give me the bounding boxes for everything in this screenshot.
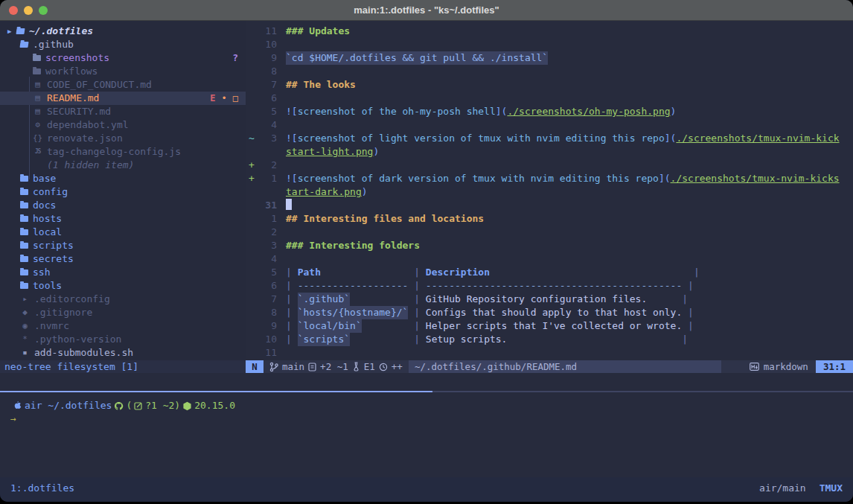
tree-item-security.md[interactable]: ▤SECURITY.md xyxy=(0,105,246,118)
editor-line[interactable]: 8| `hosts/{hostname}/` | Configs that sh… xyxy=(246,306,853,319)
tmux-window-tab[interactable]: 1:.dotfiles xyxy=(10,482,74,494)
neo-tree-sidebar[interactable]: ▶~/.dotfiles.githubscreenshots?workflows… xyxy=(0,21,246,360)
editor-line[interactable]: 2 xyxy=(246,226,853,239)
shell-pane[interactable]: air ~/.dotfiles ( ?1 ~2) 20.15.0 → xyxy=(0,398,853,477)
tree-item-.nvmrc[interactable]: ◉.nvmrc xyxy=(0,319,246,333)
line-number: 9 xyxy=(258,51,277,65)
gitsign-column xyxy=(246,51,258,65)
shell-input-line[interactable]: → xyxy=(10,412,853,426)
tree-item-renovate.json[interactable]: {}renovate.json xyxy=(0,132,246,145)
tree-item-tag-changelog-config.js[interactable]: JStag-changelog-config.js xyxy=(0,145,246,159)
tree-item-.python-version[interactable]: *.python-version xyxy=(0,333,246,346)
line-text: | `scripts` | Setup scripts. | xyxy=(286,333,688,346)
fullscreen-button[interactable] xyxy=(39,6,48,15)
tree-item-tools[interactable]: tools xyxy=(0,279,246,293)
nodejs-icon xyxy=(182,401,192,411)
folder-icon xyxy=(20,269,28,275)
vim-mode-indicator: N xyxy=(246,360,263,373)
tree-item-local[interactable]: local xyxy=(0,226,246,239)
tree-item--1-hidden-item-[interactable]: (1 hidden item) xyxy=(0,159,246,172)
editor-line[interactable]: 4 xyxy=(246,118,853,132)
tree-item-hosts[interactable]: hosts xyxy=(0,212,246,226)
tree-item-.gitignore[interactable]: ◆.gitignore xyxy=(0,306,246,319)
editor-line[interactable]: +2 xyxy=(246,159,853,172)
folder-icon xyxy=(19,42,28,48)
line-number: 5 xyxy=(258,105,277,118)
editor-line[interactable]: 5![screenshot of the oh-my-posh shell](.… xyxy=(246,105,853,118)
tree-item-workflows[interactable]: workflows xyxy=(0,65,246,78)
gitsign-column xyxy=(246,306,258,319)
prompt-arrow: → xyxy=(10,412,16,426)
titlebar: main:1:.dotfiles - "ks~/.dotfiles" xyxy=(0,0,853,21)
line-text: | ------------------- | ----------------… xyxy=(286,279,694,293)
shell-script-icon: ▪ xyxy=(20,346,30,360)
line-number: 1 xyxy=(258,212,277,226)
editor-line[interactable]: 6| ------------------- | ---------------… xyxy=(246,279,853,293)
tree-item-screenshots[interactable]: screenshots? xyxy=(0,51,246,65)
editor-buffer[interactable]: 11### Updates109`cd $HOME/.dotfiles && g… xyxy=(246,21,853,360)
expander-icon[interactable]: ▶ xyxy=(7,25,16,38)
tree-item-code-of-conduct.md[interactable]: ▤CODE_OF_CONDUCT.md xyxy=(0,78,246,92)
git-ignore-icon: ◆ xyxy=(20,306,30,319)
editor-line[interactable]: 3### Interesting folders xyxy=(246,239,853,252)
editor-line[interactable]: tart-dark.png) xyxy=(246,185,853,199)
line-text: | `.github` | GitHub Repository configur… xyxy=(286,293,688,306)
statusline: N main +2 ~1 E1 ++ ~/.dotfiles/.github/R… xyxy=(246,360,853,373)
editor-line[interactable]: 5| Path | Description | xyxy=(246,266,853,279)
gitsign-column xyxy=(246,118,258,132)
tree-item-ssh[interactable]: ssh xyxy=(0,266,246,279)
tree-item-label: tools xyxy=(33,279,62,293)
git-branch-label: main xyxy=(282,361,304,372)
editor-line[interactable]: +1![screenshot of dark version of tmux w… xyxy=(246,172,853,185)
tree-item-label: .github xyxy=(33,38,74,51)
editor-line[interactable]: 1## Interesting files and locations xyxy=(246,212,853,226)
gitsign-column xyxy=(246,199,258,212)
pencil-square-icon xyxy=(134,401,143,410)
tree-item-.github[interactable]: .github xyxy=(0,38,246,51)
tree-item-secrets[interactable]: secrets xyxy=(0,252,246,266)
editor-line[interactable]: 4 xyxy=(246,252,853,266)
editor-line[interactable]: 11### Updates xyxy=(246,25,853,38)
gitsign-column: + xyxy=(246,159,258,172)
line-number xyxy=(258,145,277,159)
tree-item-dependabot.yml[interactable]: ⚙dependabot.yml xyxy=(0,118,246,132)
tree-item-label: SECURITY.md xyxy=(47,105,111,118)
statusline-extra: ++ xyxy=(392,361,403,372)
buffer-file-icon xyxy=(308,363,316,371)
tree-item-scripts[interactable]: scripts xyxy=(0,239,246,252)
minimize-button[interactable] xyxy=(24,6,33,15)
close-button[interactable] xyxy=(9,6,18,15)
editor-line[interactable]: 9`cd $HOME/.dotfiles && git pull && ./in… xyxy=(246,51,853,65)
editor-line[interactable]: 7## The looks xyxy=(246,78,853,92)
file-path: ~/.dotfiles/.github/README.md xyxy=(409,360,721,373)
tree-item---.dotfiles[interactable]: ▶~/.dotfiles xyxy=(0,25,246,38)
editor-line[interactable]: 11 xyxy=(246,346,853,360)
gitsign-column xyxy=(246,293,258,306)
gitsign-column xyxy=(246,38,258,51)
editor-line[interactable]: ~3![screenshot of light version of tmux … xyxy=(246,132,853,145)
line-number: 2 xyxy=(258,159,277,172)
editor-line[interactable]: 9| `local/bin` | Helper scripts that I'v… xyxy=(246,319,853,333)
git-status-text: ?1 ~2) xyxy=(145,399,180,412)
tmux-pane-border[interactable] xyxy=(0,391,853,392)
editor-line[interactable]: 6 xyxy=(246,92,853,105)
tree-item-base[interactable]: base xyxy=(0,172,246,185)
tree-item-label: dependabot.yml xyxy=(47,118,129,132)
editor-line[interactable]: 31 xyxy=(246,199,853,212)
editor-line[interactable]: 10| `scripts` | Setup scripts. | xyxy=(246,333,853,346)
tree-item-docs[interactable]: docs xyxy=(0,199,246,212)
tree-item-label: workflows xyxy=(45,65,98,78)
git-statusline-group: main +2 ~1 E1 ++ xyxy=(263,361,409,372)
editor-line[interactable]: 7| `.github` | GitHub Repository configu… xyxy=(246,293,853,306)
editor-line[interactable]: start-light.png) xyxy=(246,145,853,159)
line-number: 2 xyxy=(258,226,277,239)
diagnostics-flask-icon xyxy=(352,362,360,371)
line-number: 10 xyxy=(258,38,277,51)
markdown-file-icon: ▤ xyxy=(33,105,42,118)
tree-item-.editorconfig[interactable]: ▸.editorconfig xyxy=(0,293,246,306)
tree-item-config[interactable]: config xyxy=(0,185,246,199)
editor-line[interactable]: 8 xyxy=(246,65,853,78)
tree-item-readme.md[interactable]: ▤README.mdE•□ xyxy=(0,92,246,105)
editor-line[interactable]: 10 xyxy=(246,38,853,51)
tree-item-add-submodules.sh[interactable]: ▪add-submodules.sh xyxy=(0,346,246,360)
